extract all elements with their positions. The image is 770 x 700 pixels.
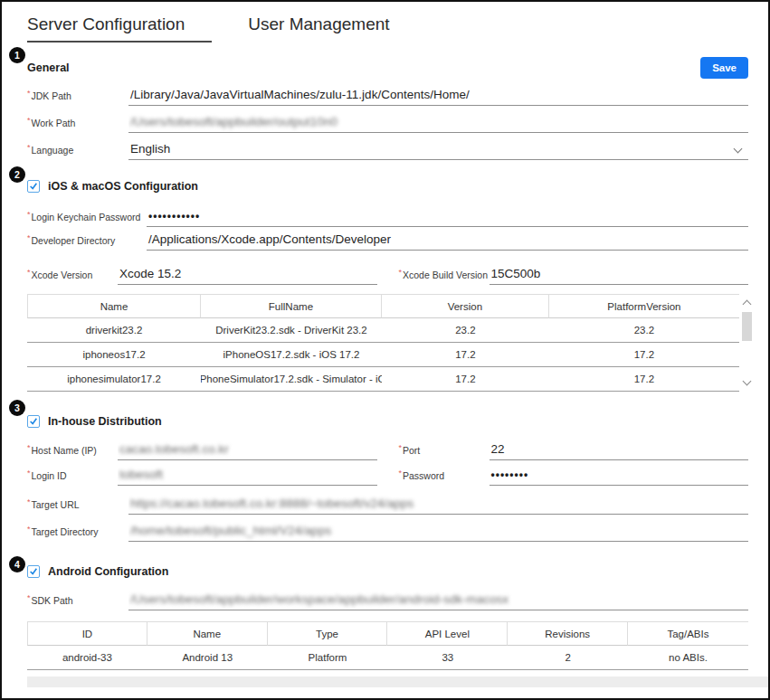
cell: iphoneos17.2 bbox=[27, 343, 201, 367]
cell: DriverKit23.2.sdk - DriverKit 23.2 bbox=[201, 318, 382, 343]
check-icon bbox=[29, 182, 38, 191]
cell: 23.2 bbox=[382, 318, 549, 343]
xcode-build-version-input[interactable]: 15C500b bbox=[490, 265, 749, 285]
column-header: Tag/ABIs bbox=[628, 621, 748, 646]
check-icon bbox=[29, 567, 38, 576]
xcode-build-version-label: *Xcode Build Version bbox=[399, 268, 490, 285]
login-password-row: *Login ID tobesoft *Password •••••••• bbox=[27, 466, 748, 486]
jdk-path-row: *JDK Path /Library/Java/JavaVirtualMachi… bbox=[27, 86, 748, 106]
table-row[interactable]: iphonesimulator17.2 iPhoneSimulator17.2.… bbox=[27, 367, 754, 392]
xcode-version-input[interactable]: Xcode 15.2 bbox=[118, 265, 377, 285]
sdk-path-input[interactable]: /Users/tobesoft/appbuilder/workspace/app… bbox=[128, 591, 748, 610]
table-row[interactable]: android-33 Android 13 Platform 33 2 no A… bbox=[27, 646, 748, 670]
work-path-input[interactable]: /Users/tobesoft/appbuilder/output10n0 bbox=[128, 113, 748, 133]
keychain-password-label: *Login Keychain Password bbox=[27, 210, 147, 227]
horizontal-scrollbar[interactable] bbox=[27, 676, 768, 687]
language-select[interactable]: English bbox=[128, 140, 748, 160]
cell: iPhoneOS17.2.sdk - iOS 17.2 bbox=[201, 343, 382, 367]
work-path-row: *Work Path /Users/tobesoft/appbuilder/ou… bbox=[27, 113, 748, 133]
login-id-input[interactable]: tobesoft bbox=[118, 466, 377, 486]
inhouse-section-title: In-house Distribution bbox=[48, 415, 162, 428]
port-input[interactable]: 22 bbox=[490, 440, 749, 460]
table-row[interactable]: driverkit23.2 DriverKit23.2.sdk - Driver… bbox=[27, 318, 754, 343]
cell: 17.2 bbox=[549, 343, 739, 367]
cell: 33 bbox=[387, 646, 508, 670]
target-directory-label: *Target Directory bbox=[27, 525, 128, 542]
work-path-label: *Work Path bbox=[27, 116, 128, 133]
developer-directory-row: *Developer Directory /Applications/Xcode… bbox=[27, 231, 748, 251]
android-section-title: Android Configuration bbox=[48, 565, 168, 578]
android-section-checkbox[interactable] bbox=[27, 565, 40, 578]
server-configuration-window: 1 2 3 4 Server Configuration User Manage… bbox=[0, 0, 770, 700]
login-id-label: *Login ID bbox=[27, 468, 118, 486]
column-header: ID bbox=[27, 621, 147, 646]
vertical-scrollbar[interactable] bbox=[740, 295, 754, 392]
cell: Platform bbox=[268, 646, 388, 670]
table-row[interactable]: iphoneos17.2 iPhoneOS17.2.sdk - iOS 17.2… bbox=[27, 343, 754, 367]
scrollbar-thumb[interactable] bbox=[742, 312, 752, 341]
column-header: API Level bbox=[387, 621, 508, 646]
step-badge-1: 1 bbox=[9, 47, 25, 63]
android-sdk-table: ID Name Type API Level Revisions Tag/ABI… bbox=[27, 621, 748, 670]
keychain-password-input[interactable]: ••••••••••• bbox=[147, 207, 748, 227]
cell: 23.2 bbox=[549, 318, 739, 343]
sdk-path-label: *SDK Path bbox=[27, 593, 128, 610]
ios-section-title: iOS & macOS Configuration bbox=[48, 180, 198, 193]
developer-directory-label: *Developer Directory bbox=[27, 233, 147, 251]
column-header: Name bbox=[147, 621, 268, 646]
host-name-label: *Host Name (IP) bbox=[27, 443, 118, 460]
cell: Android 13 bbox=[147, 646, 268, 670]
step-badge-2: 2 bbox=[9, 166, 25, 183]
column-header: Name bbox=[27, 294, 201, 318]
tab-user-management[interactable]: User Management bbox=[248, 14, 389, 43]
host-name-input[interactable]: cacao.tobesoft.co.kr bbox=[118, 440, 377, 460]
step-badge-3: 3 bbox=[9, 400, 25, 416]
column-header: PlatformVersion bbox=[549, 294, 739, 318]
keychain-password-row: *Login Keychain Password ••••••••••• bbox=[27, 207, 748, 227]
scroll-down-icon[interactable] bbox=[743, 377, 752, 386]
cell: 2 bbox=[508, 646, 628, 670]
save-button[interactable]: Save bbox=[700, 57, 748, 79]
cell: 17.2 bbox=[382, 367, 549, 392]
cell: android-33 bbox=[27, 646, 147, 670]
column-header: FullName bbox=[201, 294, 382, 318]
target-directory-row: *Target Directory /home/tobesoft/public_… bbox=[27, 522, 748, 542]
cell: no ABIs. bbox=[628, 646, 748, 670]
jdk-path-input[interactable]: /Library/Java/JavaVirtualMachines/zulu-1… bbox=[128, 86, 748, 106]
general-section-title: General bbox=[27, 61, 70, 74]
android-section-header: Android Configuration bbox=[27, 565, 748, 578]
sdk-path-row: *SDK Path /Users/tobesoft/appbuilder/wor… bbox=[27, 591, 748, 610]
language-label: *Language bbox=[27, 143, 128, 160]
xcode-version-row: *Xcode Version Xcode 15.2 *Xcode Build V… bbox=[27, 265, 748, 285]
cell: driverkit23.2 bbox=[27, 318, 201, 343]
inhouse-section-checkbox[interactable] bbox=[27, 415, 40, 428]
column-header: Revisions bbox=[508, 621, 628, 646]
password-input[interactable]: •••••••• bbox=[490, 466, 749, 486]
chevron-down-icon[interactable] bbox=[734, 145, 743, 154]
inhouse-section-header: In-house Distribution bbox=[27, 415, 748, 428]
target-url-row: *Target URL https://cacao.tobesoft.co.kr… bbox=[27, 495, 748, 515]
host-port-row: *Host Name (IP) cacao.tobesoft.co.kr *Po… bbox=[27, 440, 748, 460]
target-url-label: *Target URL bbox=[27, 497, 128, 515]
port-label: *Port bbox=[399, 443, 490, 460]
target-url-input[interactable]: https://cacao.tobesoft.co.kr:8888/~tobes… bbox=[128, 495, 748, 515]
ios-section-checkbox[interactable] bbox=[27, 180, 40, 193]
language-row: *Language English bbox=[27, 140, 748, 160]
column-header: Type bbox=[268, 621, 388, 646]
scroll-up-icon[interactable] bbox=[743, 300, 752, 309]
ios-section-header: iOS & macOS Configuration bbox=[27, 180, 748, 193]
ios-sdk-table: Name FullName Version PlatformVersion dr… bbox=[27, 294, 754, 392]
xcode-version-label: *Xcode Version bbox=[27, 268, 118, 285]
target-directory-input[interactable]: /home/tobesoft/public_html/V24/apps bbox=[128, 522, 748, 542]
tab-server-configuration[interactable]: Server Configuration bbox=[27, 14, 212, 43]
android-sdk-table-header: ID Name Type API Level Revisions Tag/ABI… bbox=[27, 621, 748, 646]
tab-bar: Server Configuration User Management bbox=[2, 2, 768, 43]
password-label: *Password bbox=[399, 468, 490, 486]
cell: iPhoneSimulator17.2.sdk - Simulator - iC bbox=[201, 367, 382, 392]
ios-sdk-table-header: Name FullName Version PlatformVersion bbox=[27, 294, 754, 318]
cell: 17.2 bbox=[382, 343, 549, 367]
column-header: Version bbox=[382, 294, 549, 318]
general-section-header: General Save bbox=[27, 57, 748, 79]
developer-directory-input[interactable]: /Applications/Xcode.app/Contents/Develop… bbox=[147, 231, 748, 251]
cell: iphonesimulator17.2 bbox=[27, 367, 201, 392]
